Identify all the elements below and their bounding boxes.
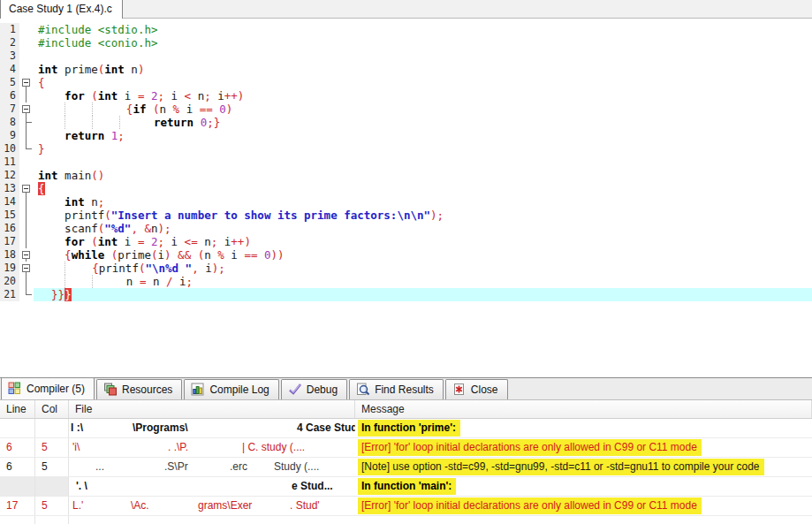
tab-close[interactable]: Close <box>445 379 508 399</box>
tab-resources[interactable]: Resources <box>96 379 182 399</box>
cell-col: 5 <box>35 497 69 515</box>
file-path-fragment: \Programs\ <box>133 419 188 437</box>
tab-debug-label: Debug <box>307 384 338 396</box>
line-number: 16 <box>0 222 19 235</box>
fold-collapse-icon[interactable] <box>19 76 34 89</box>
debug-check-icon <box>288 383 302 396</box>
line-number: 19 <box>0 262 19 275</box>
compiler-message-row[interactable]: 65'i\. .\P.| C. study (....[Error] 'for'… <box>0 438 812 458</box>
tab-find-results[interactable]: Find Results <box>349 379 444 399</box>
cell-file: ....S\Pr.ercStudy (.... <box>69 458 355 476</box>
fold-gutter <box>19 156 34 169</box>
cell-line <box>0 516 35 524</box>
compiler-panel: Compiler (5) Resources <box>0 377 812 524</box>
line-number: 11 <box>0 156 19 169</box>
line-number: 5 <box>0 76 19 89</box>
code-line[interactable]: 2#include <conio.h> <box>0 36 812 49</box>
column-header-line[interactable]: Line <box>0 400 35 418</box>
compiler-message-row[interactable]: 65....S\Pr.ercStudy (....[Note] use opti… <box>0 458 812 477</box>
code-line[interactable]: 11 <box>0 156 812 169</box>
cell-file: l :\\Programs\4 Case Stud... <box>69 419 355 437</box>
code-line[interactable]: 9 return 1; <box>0 129 812 142</box>
column-header-col[interactable]: Col <box>35 400 69 418</box>
cell-line: 6 <box>0 438 35 457</box>
compiler-grid-icon <box>8 382 22 395</box>
code-line[interactable]: 14 int n; <box>0 195 812 209</box>
tab-compiler-label: Compiler (5) <box>27 383 85 395</box>
file-path-fragment: grams\Exer <box>198 497 252 515</box>
code-line[interactable]: 7 {if (n % i == 0) <box>0 103 812 116</box>
grid-body: l :\\Programs\4 Case Stud...In function … <box>0 419 812 524</box>
fold-collapse-icon[interactable] <box>19 262 34 275</box>
cell-col: 5 <box>35 458 69 476</box>
tab-compile-log[interactable]: Compile Log <box>184 379 278 399</box>
tab-compile-log-label: Compile Log <box>209 384 269 396</box>
code-line[interactable]: 12int main() <box>0 169 812 182</box>
tab-close-label: Close <box>471 384 498 396</box>
code-text: #include <stdio.h> <box>34 23 812 36</box>
file-path-fragment: .S\Pr <box>164 458 188 476</box>
code-editor[interactable]: 1#include <stdio.h>2#include <conio.h>34… <box>0 19 812 377</box>
code-line[interactable]: 3 <box>0 49 812 63</box>
code-line[interactable]: 4int prime(int n) <box>0 63 812 76</box>
cell-line <box>0 419 35 437</box>
cell-file <box>69 516 355 524</box>
code-line[interactable]: 16 scanf("%d", &n); <box>0 222 812 235</box>
code-line[interactable]: 18 {while (prime(i) && (n % i == 0)) <box>0 248 812 262</box>
code-line[interactable]: 20 n = n / i; <box>0 275 812 288</box>
fold-collapse-icon[interactable] <box>19 248 34 262</box>
compile-log-icon <box>191 383 205 396</box>
cell-col <box>35 516 69 524</box>
code-text <box>34 156 812 169</box>
cell-col: 5 <box>35 438 69 457</box>
code-line[interactable]: 1#include <stdio.h> <box>0 23 812 36</box>
compiler-message-row[interactable]: l :\\Programs\4 Case Stud...In function … <box>0 419 812 438</box>
file-path-fragment: . .\P. <box>168 438 188 457</box>
fold-gutter <box>19 235 34 248</box>
cell-col <box>35 419 69 437</box>
file-path-fragment: '. \ <box>76 477 87 496</box>
find-results-icon <box>356 383 370 396</box>
code-text: }}} <box>34 288 812 301</box>
code-line[interactable]: 13{ <box>0 182 812 195</box>
cell-message: [Error] 'for' loop initial declarations … <box>355 497 812 515</box>
code-line[interactable]: 17 for (int i = 2; i <= n; i++) <box>0 235 812 248</box>
cell-message: In function 'main': <box>355 477 812 496</box>
code-lines: 1#include <stdio.h>2#include <conio.h>34… <box>0 19 812 301</box>
code-text: } <box>34 142 812 156</box>
fold-gutter <box>19 195 34 209</box>
code-text <box>34 49 812 63</box>
code-line[interactable]: 15 printf("Insert a number to show its p… <box>0 209 812 222</box>
column-header-file[interactable]: File <box>69 400 355 418</box>
tab-debug[interactable]: Debug <box>281 379 347 399</box>
compiler-message-row[interactable] <box>0 516 812 524</box>
code-line[interactable]: 6 for (int i = 2; i < n; i++) <box>0 89 812 103</box>
cell-col <box>35 477 69 496</box>
cell-file: '. \e Stud... <box>69 477 355 496</box>
editor-tab[interactable]: Case Study 1 (Ex.4).c <box>0 0 123 19</box>
message-text: [Error] 'for' loop initial declarations … <box>358 439 702 456</box>
cell-message <box>355 516 812 524</box>
code-line[interactable]: 19 {printf("\n%d ", i); <box>0 262 812 275</box>
cell-message: In function 'prime': <box>355 419 812 437</box>
close-icon <box>452 383 467 396</box>
compiler-message-row[interactable]: '. \e Stud...In function 'main': <box>0 477 812 497</box>
fold-gutter <box>19 288 34 301</box>
ide-window: Case Study 1 (Ex.4).c 1#include <stdio.h… <box>0 0 812 524</box>
line-number: 7 <box>0 103 19 116</box>
code-line[interactable]: 10} <box>0 142 812 156</box>
code-text: int main() <box>34 169 812 182</box>
line-number: 18 <box>0 248 19 262</box>
fold-collapse-icon[interactable] <box>19 103 34 116</box>
fold-gutter <box>19 89 34 103</box>
tab-compiler[interactable]: Compiler (5) <box>1 377 95 399</box>
file-path-fragment: l :\ <box>71 419 83 437</box>
code-line[interactable]: 21 }}} <box>0 288 812 301</box>
code-line[interactable]: 5{ <box>0 76 812 89</box>
code-text: int prime(int n) <box>34 63 812 76</box>
fold-collapse-icon[interactable] <box>19 182 34 195</box>
compiler-message-row[interactable]: 175L.'\Ac.grams\Exer. Stud'[Error] 'for'… <box>0 497 812 516</box>
code-line[interactable]: 8 return 0;} <box>0 116 812 129</box>
column-header-message[interactable]: Message <box>355 400 812 418</box>
line-number: 3 <box>0 49 19 63</box>
